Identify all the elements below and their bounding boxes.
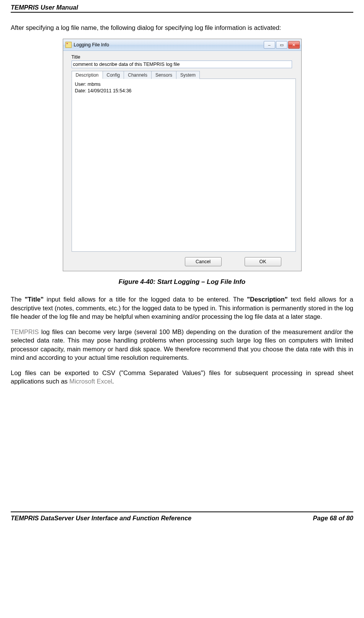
maximize-button[interactable]: ▭ [276, 41, 287, 49]
footer-left: TEMPRIS DataServer User Interface and Fu… [11, 515, 191, 522]
window-title-text: Logging File Info [74, 42, 109, 48]
header-rule [11, 12, 353, 13]
minimize-button[interactable]: – [264, 41, 275, 49]
paragraph-2: TEMPRIS log files can become very large … [11, 328, 353, 362]
dialog-screenshot: Logging File Info – ▭ ✕ Title Descriptio… [63, 39, 302, 271]
window-icon [65, 42, 72, 48]
title-input[interactable] [72, 61, 292, 68]
doc-footer: TEMPRIS DataServer User Interface and Fu… [11, 513, 353, 522]
paragraph-3: Log files can be exported to CSV ("Comma… [11, 369, 353, 386]
figure-caption: Figure 4-40: Start Logging – Log File In… [11, 278, 353, 286]
cancel-button[interactable]: Cancel [185, 257, 222, 266]
footer-rule [11, 511, 353, 512]
window-titlebar: Logging File Info – ▭ ✕ [63, 39, 301, 51]
tab-sensors[interactable]: Sensors [151, 71, 176, 79]
tab-description[interactable]: Description [72, 71, 103, 79]
close-button[interactable]: ✕ [288, 41, 300, 49]
tab-strip: Description Config Channels Sensors Syst… [72, 71, 298, 79]
description-pane[interactable]: User: mbms Date: 14/09/2011 15:54:36 [72, 79, 296, 252]
footer-right: Page 68 of 80 [313, 515, 353, 522]
title-label: Title [72, 54, 298, 60]
paragraph-1: The "Title" input field allows for a tit… [11, 295, 353, 321]
intro-paragraph: After specifying a log file name, the fo… [11, 23, 353, 32]
tab-channels[interactable]: Channels [124, 71, 152, 79]
tab-config[interactable]: Config [103, 71, 124, 79]
tab-system[interactable]: System [176, 71, 200, 79]
ok-button[interactable]: OK [245, 257, 281, 266]
doc-header: TEMPRIS User Manual [11, 4, 353, 12]
